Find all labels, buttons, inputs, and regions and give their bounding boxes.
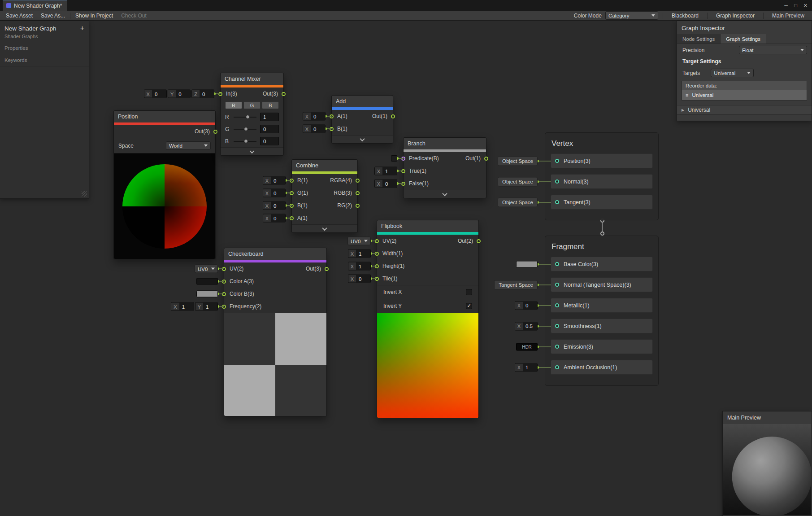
port-out[interactable]	[477, 239, 481, 243]
color-b-swatch[interactable]	[196, 291, 218, 297]
channel-button-g[interactable]: G	[243, 101, 261, 109]
axis-value[interactable]: 0	[311, 113, 325, 120]
port-out-rg[interactable]	[356, 204, 360, 208]
port-out[interactable]	[391, 114, 395, 118]
block-smoothness[interactable]: Smoothness(1) X 0.5	[551, 319, 653, 333]
port-in[interactable]	[555, 179, 559, 184]
float-field-g[interactable]: X 0	[263, 189, 286, 197]
main-preview-viewport[interactable]	[723, 424, 811, 515]
uv-channel-dropdown[interactable]: UV0	[195, 265, 218, 273]
collapse-toggle[interactable]	[221, 147, 283, 155]
block-normal[interactable]: Normal(3) Object Space	[551, 174, 653, 189]
axis-value[interactable]: 0	[271, 214, 285, 222]
slider-b[interactable]	[234, 138, 256, 144]
slider-value-g[interactable]: 0	[260, 125, 279, 133]
port-out-rgba[interactable]	[356, 179, 360, 183]
float-field-b[interactable]: X 0	[303, 125, 326, 133]
axis-value[interactable]: 1	[356, 262, 370, 270]
float-field-metallic[interactable]: X 0	[515, 301, 538, 310]
slider-g[interactable]	[234, 126, 256, 132]
vertex-context[interactable]: Vertex Position(3) Object Space Normal(3…	[545, 132, 659, 220]
slider-r[interactable]	[234, 114, 256, 120]
reorder-item-universal[interactable]: ≡ Universal	[682, 90, 807, 100]
blackboard-section-keywords[interactable]: Keywords	[0, 54, 89, 66]
space-chip[interactable]: Object Space	[498, 177, 538, 186]
port-out-rgb[interactable]	[356, 191, 360, 195]
float-field-r[interactable]: X 0	[263, 176, 286, 185]
port-in[interactable]	[555, 303, 559, 307]
axis-value[interactable]: 0	[271, 189, 285, 197]
axis-value[interactable]: 0	[382, 180, 397, 188]
precision-dropdown[interactable]: Float	[739, 46, 807, 54]
axis-value[interactable]: 1	[356, 250, 370, 258]
float-field-smoothness[interactable]: X 0.5	[515, 322, 538, 330]
float-field-width[interactable]: X 1	[348, 249, 371, 258]
float-field-tile[interactable]: X 0	[348, 275, 371, 283]
space-chip[interactable]: Tangent Space	[494, 280, 538, 289]
block-metallic[interactable]: Metallic(1) X 0	[551, 298, 653, 313]
axis-value[interactable]: 0.5	[523, 322, 537, 330]
port-in[interactable]	[555, 365, 559, 369]
axis-value[interactable]: 0	[356, 275, 370, 283]
axis-value[interactable]: 0	[176, 90, 190, 98]
vector-field-x[interactable]: X 0	[144, 90, 167, 98]
node-checkerboard[interactable]: Checkerboard UV(2) Out(3) UV0 Color A(3)…	[224, 248, 327, 416]
fragment-context[interactable]: Fragment Base Color(3) Normal (Tangent S…	[545, 236, 659, 386]
port-in[interactable]	[555, 200, 559, 204]
float-field-ao[interactable]: X 1	[515, 363, 538, 372]
node-add[interactable]: Add A(1) Out(1) X 0 B(1) X 0	[331, 95, 393, 144]
axis-value[interactable]: 0	[271, 202, 285, 210]
vector-field-x[interactable]: X 1	[171, 302, 194, 311]
float-field-a[interactable]: X 0	[303, 112, 326, 121]
slider-value-b[interactable]: 0	[260, 137, 279, 145]
slider-thumb[interactable]	[244, 139, 248, 143]
node-combine[interactable]: Combine R(1) RGBA(4) X 0 G(1) RGB(3)	[291, 159, 358, 233]
block-ambient-occlusion[interactable]: Ambient Occlusion(1) X 1	[551, 360, 653, 375]
invert-y-checkbox[interactable]: ✓	[466, 303, 472, 309]
port-in[interactable]	[555, 345, 559, 349]
predicate-checkbox[interactable]	[391, 155, 397, 162]
collapse-toggle[interactable]	[332, 135, 393, 143]
port-in[interactable]	[555, 324, 559, 328]
channel-button-b[interactable]: B	[262, 101, 279, 109]
port-out[interactable]	[484, 157, 488, 161]
drag-handle-icon[interactable]: ≡	[686, 92, 688, 98]
port-out[interactable]	[213, 130, 217, 134]
universal-foldout[interactable]: ▶ Universal	[677, 105, 812, 115]
port-in[interactable]	[555, 262, 559, 266]
block-base-color[interactable]: Base Color(3)	[551, 257, 653, 271]
resize-grip[interactable]	[82, 191, 87, 197]
axis-value[interactable]: 0	[271, 177, 285, 184]
float-field-b[interactable]: X 0	[263, 201, 286, 210]
slider-thumb[interactable]	[246, 115, 250, 119]
axis-value[interactable]: 1	[382, 167, 397, 175]
slider-value-r[interactable]: 1	[260, 113, 279, 121]
tab-graph-settings[interactable]: Graph Settings	[721, 34, 766, 44]
space-dropdown[interactable]: World	[166, 141, 211, 150]
show-in-project-button[interactable]: Show In Project	[71, 11, 117, 20]
targets-dropdown[interactable]: Universal	[711, 69, 754, 77]
node-channel-mixer[interactable]: Channel Mixer In(3) Out(3) X 0 Y 0 Z 0	[220, 73, 284, 156]
axis-value[interactable]: 1	[523, 363, 537, 371]
base-color-swatch[interactable]	[516, 261, 538, 267]
document-tab[interactable]: New Shader Graph*	[3, 0, 67, 11]
block-emission[interactable]: Emission(3) HDR	[551, 339, 653, 354]
axis-value[interactable]: 1	[203, 303, 217, 310]
graph-inspector-toggle-button[interactable]: Graph Inspector	[712, 13, 759, 19]
space-chip[interactable]: Object Space	[498, 197, 538, 207]
port-out[interactable]	[325, 267, 329, 271]
vector-field-y[interactable]: Y 0	[168, 90, 191, 98]
blackboard-toggle-button[interactable]: Blackboard	[668, 13, 703, 19]
block-tangent[interactable]: Tangent(3) Object Space	[551, 195, 653, 210]
invert-x-checkbox[interactable]	[466, 289, 472, 295]
float-field-true[interactable]: X 1	[374, 167, 397, 175]
add-property-button[interactable]: +	[80, 25, 84, 32]
collapse-toggle[interactable]	[292, 224, 357, 232]
float-field-a[interactable]: X 0	[263, 214, 286, 223]
port-in[interactable]	[555, 159, 559, 163]
emission-hdr-swatch[interactable]: HDR	[516, 343, 538, 350]
close-icon[interactable]: ✕	[803, 3, 808, 9]
node-position[interactable]: Position Out(3) Space World	[113, 110, 216, 259]
blackboard-section-properties[interactable]: Properties	[0, 42, 89, 54]
block-normal-tangent-space[interactable]: Normal (Tangent Space)(3) Tangent Space	[551, 277, 653, 292]
